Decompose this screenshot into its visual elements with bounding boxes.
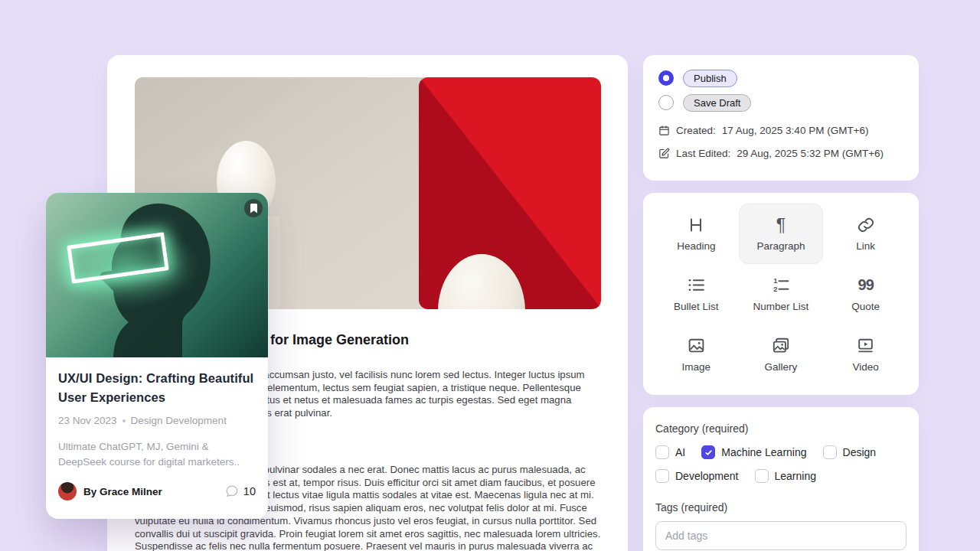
blog-card-cover-image bbox=[46, 193, 268, 357]
category-design[interactable]: Design bbox=[823, 445, 877, 459]
block-toolbar-panel: Heading ¶ Paragraph Link Bullet List bbox=[643, 193, 919, 395]
dot-separator bbox=[122, 419, 126, 422]
quote-icon: 99 bbox=[858, 276, 874, 295]
bookmark-button[interactable] bbox=[244, 199, 263, 217]
blog-card-description: Ultimate ChatGPT, MJ, Gemini & DeepSeek … bbox=[58, 439, 256, 470]
hero-pedestal-side bbox=[279, 227, 290, 309]
last-edited-label: Last Edited: bbox=[676, 148, 730, 159]
tool-number-list[interactable]: 1 2 Number List bbox=[739, 264, 824, 324]
calendar-icon bbox=[658, 125, 670, 136]
tags-input[interactable] bbox=[655, 521, 906, 550]
comments-count: 10 bbox=[243, 485, 256, 497]
author-avatar bbox=[58, 482, 77, 500]
created-value: 17 Aug, 2025 3:40 PM (GMT+6) bbox=[722, 125, 869, 136]
bullet-list-icon bbox=[687, 276, 706, 295]
checkbox-unchecked[interactable] bbox=[755, 469, 769, 483]
checkbox-unchecked[interactable] bbox=[655, 445, 669, 459]
bookmark-icon bbox=[250, 204, 258, 214]
tool-bullet-list[interactable]: Bullet List bbox=[654, 264, 739, 324]
save-draft-option[interactable]: Save Draft bbox=[658, 92, 903, 113]
tags-title: Tags (required) bbox=[655, 501, 906, 514]
link-icon bbox=[857, 215, 875, 235]
svg-text:1: 1 bbox=[774, 278, 778, 285]
blog-card-category: Design Development bbox=[131, 415, 227, 426]
checkbox-unchecked[interactable] bbox=[655, 469, 669, 483]
paragraph-icon: ¶ bbox=[776, 215, 786, 235]
tool-paragraph[interactable]: ¶ Paragraph bbox=[739, 204, 824, 264]
blog-card-meta: 23 Nov 2023 Design Development bbox=[58, 415, 256, 426]
save-draft-radio[interactable] bbox=[658, 95, 674, 110]
blog-card-title: UX/UI Design: Crafting Beautiful User Ex… bbox=[58, 369, 256, 407]
blog-card-date: 23 Nov 2023 bbox=[58, 415, 117, 426]
tool-gallery[interactable]: Gallery bbox=[739, 324, 824, 384]
created-label: Created: bbox=[676, 125, 716, 136]
last-edited-value: 29 Aug, 2025 5:32 PM (GMT+6) bbox=[737, 148, 884, 159]
category-panel: Category (required) AI Machine Learning … bbox=[643, 407, 919, 551]
author-name: By Grace Milner bbox=[83, 486, 162, 497]
tool-link[interactable]: Link bbox=[823, 204, 908, 264]
category-development[interactable]: Development bbox=[655, 469, 739, 483]
gallery-icon bbox=[771, 336, 791, 356]
svg-text:2: 2 bbox=[774, 285, 778, 293]
edit-icon bbox=[658, 148, 670, 159]
tool-video[interactable]: Video bbox=[823, 324, 908, 384]
blog-card-footer: By Grace Milner 10 bbox=[58, 482, 256, 500]
video-icon bbox=[856, 336, 875, 356]
checkbox-checked[interactable] bbox=[701, 445, 715, 459]
publish-pill[interactable]: Publish bbox=[683, 70, 737, 87]
publish-radio[interactable] bbox=[658, 70, 674, 86]
tool-heading[interactable]: Heading bbox=[654, 204, 739, 264]
number-list-icon: 1 2 bbox=[771, 276, 790, 295]
category-ai[interactable]: AI bbox=[655, 445, 685, 459]
publish-option[interactable]: Publish bbox=[658, 67, 903, 89]
category-title: Category (required) bbox=[655, 422, 906, 435]
save-draft-pill[interactable]: Save Draft bbox=[683, 94, 751, 112]
check-icon bbox=[704, 448, 713, 457]
created-row: Created: 17 Aug, 2025 3:40 PM (GMT+6) bbox=[658, 124, 903, 136]
heading-icon bbox=[687, 215, 705, 235]
image-icon bbox=[687, 336, 706, 356]
comment-icon bbox=[225, 484, 239, 498]
blog-post-card[interactable]: UX/UI Design: Crafting Beautiful User Ex… bbox=[46, 193, 268, 519]
category-machine-learning[interactable]: Machine Learning bbox=[701, 445, 806, 459]
last-edited-row: Last Edited: 29 Aug, 2025 5:32 PM (GMT+6… bbox=[658, 147, 903, 159]
tool-quote[interactable]: 99 Quote bbox=[823, 264, 908, 324]
comments-counter[interactable]: 10 bbox=[225, 484, 256, 498]
publish-panel: Publish Save Draft Created: 17 Aug, 2025… bbox=[643, 55, 919, 181]
category-learning[interactable]: Learning bbox=[755, 469, 817, 483]
checkbox-unchecked[interactable] bbox=[823, 445, 837, 459]
tool-image[interactable]: Image bbox=[654, 324, 739, 384]
